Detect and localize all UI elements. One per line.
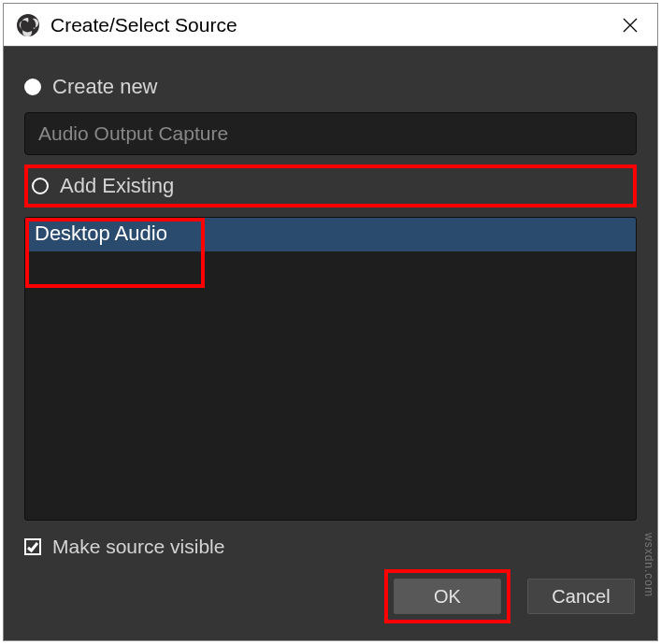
radio-label: Create new	[52, 75, 158, 99]
titlebar: Create/Select Source	[4, 4, 657, 47]
source-name-input[interactable]	[24, 112, 637, 155]
highlight-add-existing: Add Existing	[24, 165, 637, 208]
close-button[interactable]	[607, 5, 654, 46]
dialog-body: Create new Add Existing Desktop Audio Ma…	[4, 47, 657, 640]
radio-add-existing[interactable]: Add Existing	[28, 170, 181, 202]
radio-create-new[interactable]: Create new	[24, 75, 637, 99]
radio-icon	[32, 178, 49, 194]
close-icon	[623, 18, 638, 33]
watermark-text: wsxdn.com	[642, 533, 655, 597]
ok-button[interactable]: OK	[394, 579, 501, 614]
radio-label: Add Existing	[60, 174, 174, 198]
dialog-title: Create/Select Source	[50, 14, 607, 36]
checkbox-make-visible[interactable]: Make source visible	[24, 536, 637, 558]
list-item[interactable]: Desktop Audio	[25, 218, 636, 251]
existing-sources-list[interactable]: Desktop Audio	[24, 217, 637, 521]
create-select-source-dialog: Create/Select Source Create new Add Exis…	[3, 3, 658, 641]
radio-icon	[24, 79, 41, 95]
cancel-button[interactable]: Cancel	[527, 579, 635, 614]
highlight-ok-button: OK	[384, 569, 510, 623]
obs-logo-icon	[17, 14, 39, 36]
checkbox-icon	[24, 538, 41, 555]
checkbox-label: Make source visible	[52, 536, 224, 558]
button-row: OK Cancel	[24, 569, 637, 623]
